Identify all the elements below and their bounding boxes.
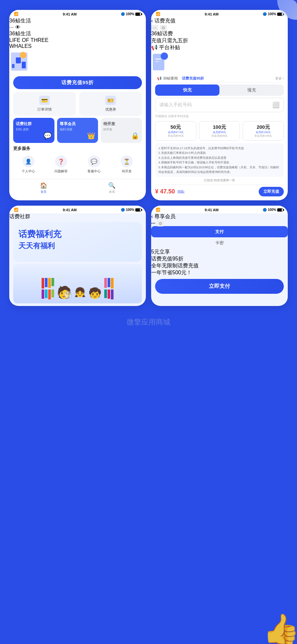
time-1: 9:41 AM (63, 12, 77, 16)
notice-1: 1.暂时不支持16,17,19开头的虚拟号，以及携号转网的手机号充值 (158, 146, 280, 151)
vip-card-icon: 👑 (87, 132, 95, 140)
book-6 (45, 289, 48, 298)
community-title: 话费社群 (9, 214, 30, 219)
book-13 (108, 289, 110, 299)
pending-card-icon: 🔒 (131, 132, 139, 140)
pay-tab[interactable]: 支付 (151, 226, 288, 237)
tab-more-button[interactable]: 更多 › (275, 76, 284, 81)
book-8 (51, 289, 54, 297)
book-1 (42, 278, 44, 288)
amount-100[interactable]: 100元 会员价95元 非会员价99元 (199, 121, 240, 141)
amount-50-member: 会员价47.5元 (157, 130, 195, 134)
service-support[interactable]: 💬 客服中心 (79, 153, 109, 176)
feature-cards: 话费社群 扫码 进群 💬 尊享会员 福利 优惠 👑 待开发 待开发 🔒 (13, 118, 142, 143)
signal-icon-2: 📶 (156, 12, 160, 16)
library-illustration: 🕐 🧑 (13, 264, 142, 303)
home-tab-icon: 🏠 (40, 182, 47, 189)
order-label: 订单详情 (37, 107, 52, 112)
nav-discover-tab[interactable]: 🔍 发现 (78, 182, 146, 194)
home-title: 36鲸生活 (9, 18, 31, 23)
bottom-nav-home: 🏠 首页 🔍 发现 (9, 179, 146, 196)
book-row-4 (104, 289, 114, 299)
fast-charge-tab[interactable]: 快充 (155, 85, 219, 96)
service-pending: ⏳ 待开发 (112, 153, 142, 176)
tab-recharge95[interactable]: 话费充值95折 (180, 76, 206, 81)
left-bookshelf (42, 268, 54, 299)
community-card-icon: 💬 (44, 132, 52, 140)
hero-title-en: LIFE OF THREEWHALES (9, 37, 146, 49)
community-card[interactable]: 话费社群 扫码 进群 💬 (13, 118, 54, 143)
vip-card-main-title: 5元立享话费充值95折 (151, 249, 288, 262)
menu-icon[interactable]: ··· (9, 24, 14, 30)
promo-text: 36鲸话费充值只需九五折 📢 平台补贴 (151, 30, 288, 51)
card-tab[interactable]: 卡密 (151, 237, 288, 249)
community-card-sub: 扫码 进群 (16, 127, 52, 132)
status-bar-2: 📶 9:41 AM 🔵 100% (151, 10, 288, 17)
vip-title: 尊享会员 (154, 214, 176, 219)
amount-100-main: 100元 (201, 124, 239, 130)
screen-home: 📶 9:41 AM 🔵 100% 36鲸生活 ··· 👁 (9, 10, 146, 200)
svg-point-6 (161, 52, 168, 60)
camera-icon[interactable]: 👁 (15, 24, 20, 30)
more-icon-vip[interactable]: ••• (151, 221, 155, 226)
promo-banner: 36鲸话费充值只需九五折 📢 平台补贴 (151, 30, 288, 74)
detail-button[interactable]: 明细› (178, 189, 184, 194)
price-area: ¥ 47.50 明细› (155, 188, 184, 195)
screen-community: 📶 9:41 AM 🔵 100% 话费社群 话费福利充 天天有福利 (9, 206, 146, 306)
slow-charge-tab[interactable]: 慢充 (219, 85, 284, 96)
more-icon-recharge[interactable]: ··· (151, 25, 158, 31)
cta-recharge-button[interactable]: 话费充值95折 (13, 76, 142, 89)
status-bar-4: 📶 9:41 AM 🔵 100% (151, 206, 288, 213)
back-button-recharge[interactable]: ‹ (151, 18, 153, 23)
back-button-vip[interactable]: ‹ (151, 214, 153, 219)
vip-savings-badge: 一年节省500元！ (151, 269, 288, 276)
pay-now-button[interactable]: 立即充值 (259, 187, 284, 196)
coupon-button[interactable]: 🎫 优惠券 (79, 92, 142, 116)
svg-rect-4 (22, 62, 26, 68)
person-figure-3: 🧒 (88, 287, 102, 299)
battery-icon-3 (135, 208, 141, 212)
home-icon-recharge[interactable]: ⊙ (160, 25, 167, 31)
phone-placeholder: 请输入手机号码 (159, 102, 192, 108)
nav-bar-home: 36鲸生活 ··· 👁 (9, 17, 146, 30)
nav-home-tab[interactable]: 🏠 首页 (9, 182, 78, 194)
share-icon-vip[interactable]: ⊙ (157, 220, 164, 226)
nav-bar-community: 话费社群 (9, 213, 146, 220)
watermark: 微擎应用商城 (127, 317, 170, 327)
services-row: 👤 个人中心 ❓ 问题解答 💬 客服中心 ⏳ 待开发 (13, 153, 142, 176)
order-detail-button[interactable]: 💳 订单详情 (13, 92, 76, 116)
hero-banner: 36鲸生活 LIFE OF THREEWHALES (9, 30, 146, 74)
amount-200-member: 会员价190元 (244, 130, 282, 134)
battery-label-4: 100% (268, 208, 276, 212)
right-bookshelf (104, 268, 114, 299)
amount-100-member: 会员价95元 (201, 130, 239, 134)
tab-strip-recharge: 📢 36鲸要闻 话费充值95折 更多 › (155, 76, 284, 83)
notice-4: 4.请确保手机号码下单正确，错误输入手机号码不退款 (158, 160, 280, 165)
phone-input-area[interactable]: 请输入手机号码 ⬜ (155, 98, 284, 112)
vip-card-home[interactable]: 尊享会员 福利 优惠 👑 (57, 118, 98, 143)
pay-now-vip-button[interactable]: 立即支付 (155, 279, 284, 294)
tab-news[interactable]: 📢 36鲸要闻 (155, 76, 180, 81)
service-faq[interactable]: ❓ 问题解答 (46, 153, 77, 176)
person-figure-2: 👧 (74, 287, 86, 298)
community-subheadline: 天天有福利 (18, 241, 137, 251)
amount-200[interactable]: 200元 会员价190元 非会员价199元 (243, 121, 284, 141)
recharge-title: 话费充值 (154, 18, 176, 23)
book-11 (111, 278, 114, 288)
pending-card: 待开发 待开发 🔒 (101, 118, 142, 143)
battery-icon-1 (135, 13, 141, 16)
community-headline: 话费福利充 (18, 229, 137, 240)
profile-icon: 👤 (22, 155, 34, 167)
service-profile[interactable]: 👤 个人中心 (13, 153, 44, 176)
discover-tab-icon: 🔍 (108, 182, 116, 189)
amount-50[interactable]: 50元 会员价47.5元 非会员价49元 (155, 121, 196, 141)
signal-icon: 📶 (14, 12, 18, 16)
faq-label: 问题解答 (54, 169, 68, 174)
amount-50-normal: 非会员价49元 (157, 134, 195, 138)
book-2 (45, 278, 48, 287)
book-row-1 (42, 278, 54, 288)
book-row-2 (42, 289, 54, 299)
copy-icon[interactable]: ⬜ (272, 101, 280, 109)
signal-icon-4: 📶 (156, 208, 160, 212)
amount-cards: 50元 会员价47.5元 非会员价49元 100元 会员价95元 非会员价99元… (155, 121, 284, 141)
